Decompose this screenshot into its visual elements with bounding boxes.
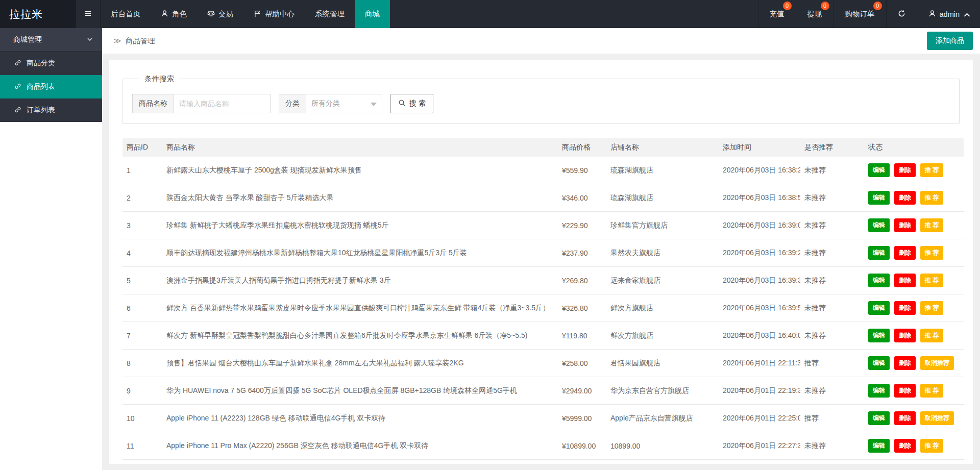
nav-item-mall[interactable]: 商城 [355, 0, 390, 28]
edit-button[interactable]: 编辑 [868, 163, 890, 177]
recommend-button[interactable]: 推 荐 [920, 439, 943, 453]
recommend-status: 未推荐 [800, 432, 864, 460]
product-id: 10 [122, 405, 162, 432]
row-actions: 编辑 删除 推 荐 [864, 212, 964, 239]
table-row: 6 鲜次方 百香果新鲜热带水果鸡蛋果紫皮果时令应季水果果园直供酸爽可口榨汁鸡蛋果… [122, 294, 964, 322]
table-row: 12 Apple iPhone XR (A2108) 128GB 黑色 移动联通… [122, 460, 964, 464]
nav-item-trade[interactable]: 交易 [197, 0, 243, 28]
store-name: 鲜次方旗舰店 [606, 322, 719, 350]
recharge-button[interactable]: 充值 0 [758, 0, 796, 28]
delete-button[interactable]: 删除 [894, 356, 916, 370]
collapse-menu-button[interactable] [76, 0, 101, 28]
user-menu[interactable]: admin [917, 0, 980, 28]
delete-button[interactable]: 删除 [894, 246, 916, 260]
orders-badge: 0 [873, 2, 882, 10]
col-product-name: 商品名称 [162, 138, 558, 157]
product-name: 华为 HUAWEI nova 7 5G 6400万后置四摄 5G SoC芯片 O… [162, 377, 558, 405]
cancel-recommend-button[interactable]: 取消推荐 [920, 356, 954, 370]
scales-icon [207, 10, 215, 19]
row-actions: 编辑 删除 推 荐 [864, 184, 964, 212]
row-actions: 编辑 删除 取消推荐 [864, 350, 964, 377]
edit-button[interactable]: 编辑 [868, 246, 890, 260]
sidebar-item-order-list[interactable]: 订单列表 [0, 98, 102, 122]
edit-button[interactable]: 编辑 [868, 301, 890, 315]
nav-item-system[interactable]: 系统管理 [305, 0, 355, 28]
delete-button[interactable]: 删除 [894, 274, 916, 287]
cancel-recommend-button[interactable]: 取消推荐 [920, 411, 954, 425]
recommend-button[interactable]: 推 荐 [920, 329, 943, 342]
delete-button[interactable]: 删除 [894, 191, 916, 205]
recommend-status: 推荐 [800, 350, 864, 377]
nav-item-roles[interactable]: 角色 [151, 0, 197, 28]
search-icon [398, 99, 406, 108]
product-id: 12 [122, 460, 162, 464]
sidebar-group-mall-management[interactable]: 商城管理 [0, 28, 102, 52]
recommend-status: 未推荐 [800, 322, 864, 350]
store-name: 琉森湖旗舰店 [606, 184, 719, 212]
delete-button[interactable]: 删除 [894, 411, 916, 425]
recommend-button[interactable]: 推 荐 [920, 163, 943, 177]
select-caret-icon [371, 103, 377, 106]
row-actions: 编辑 删除 推 荐 [864, 294, 964, 322]
search-button[interactable]: 搜 索 [390, 94, 433, 113]
created-time: 2020年06月01日 22:19:38 [719, 377, 800, 405]
recommend-button[interactable]: 推 荐 [920, 384, 943, 398]
edit-button[interactable]: 编辑 [868, 439, 890, 453]
recommend-button[interactable]: 推 荐 [920, 191, 943, 205]
product-name-input[interactable] [174, 94, 271, 113]
product-id: 6 [122, 294, 162, 322]
edit-button[interactable]: 编辑 [868, 356, 890, 370]
nav-item-dashboard[interactable]: 后台首页 [101, 0, 151, 28]
add-product-button[interactable]: 添加商品 [927, 32, 973, 50]
product-price: ¥229.90 [558, 212, 606, 239]
recommend-status: 推荐 [800, 405, 864, 432]
sidebar-item-product-list[interactable]: 商品列表 [0, 75, 102, 98]
edit-button[interactable]: 编辑 [868, 274, 890, 287]
withdraw-button[interactable]: 提现 0 [796, 0, 834, 28]
product-id: 2 [122, 184, 162, 212]
store-name: 华为京东自营官方旗舰店 [606, 377, 719, 405]
sidebar-items: 商品分类 商品列表 订单列表 [0, 52, 102, 122]
top-navbar: 拉拉米 后台首页 角色 交易 帮助中心 [0, 0, 980, 28]
product-price: ¥559.90 [558, 157, 606, 184]
col-store-name: 店铺名称 [606, 138, 719, 157]
edit-button[interactable]: 编辑 [868, 329, 890, 342]
edit-button[interactable]: 编辑 [868, 384, 890, 398]
main-menu: 后台首页 角色 交易 帮助中心 系统管理 商城 [76, 0, 390, 28]
delete-button[interactable]: 删除 [894, 329, 916, 342]
delete-button[interactable]: 删除 [894, 163, 916, 177]
edit-button[interactable]: 编辑 [868, 411, 890, 425]
refresh-button[interactable] [886, 0, 917, 28]
recommend-button[interactable]: 推 荐 [920, 301, 943, 315]
store-name: 君恬果园旗舰店 [606, 350, 719, 377]
delete-button[interactable]: 删除 [894, 218, 916, 232]
created-time: 2020年06月03日 16:38:28 [719, 157, 800, 184]
recommend-status: 未推荐 [800, 294, 864, 322]
recommend-button[interactable]: 推 荐 [920, 218, 943, 232]
product-price: ¥346.00 [558, 184, 606, 212]
product-id: 7 [122, 322, 162, 350]
recommend-button[interactable]: 推 荐 [920, 246, 943, 260]
nav-item-help-center[interactable]: 帮助中心 [243, 0, 305, 28]
shopping-orders-button[interactable]: 购物订单 0 [834, 0, 886, 28]
sidebar-item-product-categories[interactable]: 商品分类 [0, 52, 102, 75]
link-icon [14, 59, 21, 68]
edit-button[interactable]: 编辑 [868, 218, 890, 232]
store-name: 果然农夫旗舰店 [606, 239, 719, 267]
table-row: 10 Apple iPhone 11 (A2223) 128GB 绿色 移动联通… [122, 405, 964, 432]
category-select[interactable]: 所有分类 [306, 94, 382, 113]
breadcrumb-icon: ≫ [113, 36, 121, 45]
recommend-button[interactable]: 推 荐 [920, 274, 943, 287]
delete-button[interactable]: 删除 [894, 301, 916, 315]
created-time: 2020年06月03日 16:38:54 [719, 184, 800, 212]
table-row: 3 珍鲜集 新鲜桃子大蟠桃应季水果纽扣扁桃水密桃软桃现货现摘 蟠桃5斤 ¥229… [122, 212, 964, 239]
recommend-status: 未推荐 [800, 212, 864, 239]
product-price: ¥5999.00 [558, 405, 606, 432]
col-product-price: 商品价格 [558, 138, 606, 157]
edit-button[interactable]: 编辑 [868, 191, 890, 205]
breadcrumb-bar: ≫ 商品管理 添加商品 [102, 28, 980, 54]
delete-button[interactable]: 删除 [894, 384, 916, 398]
delete-button[interactable]: 删除 [894, 439, 916, 453]
created-time: 2020年06月01日 22:27:30 [719, 432, 800, 460]
store-name: Apple产品京东自营旗舰店 [606, 405, 719, 432]
